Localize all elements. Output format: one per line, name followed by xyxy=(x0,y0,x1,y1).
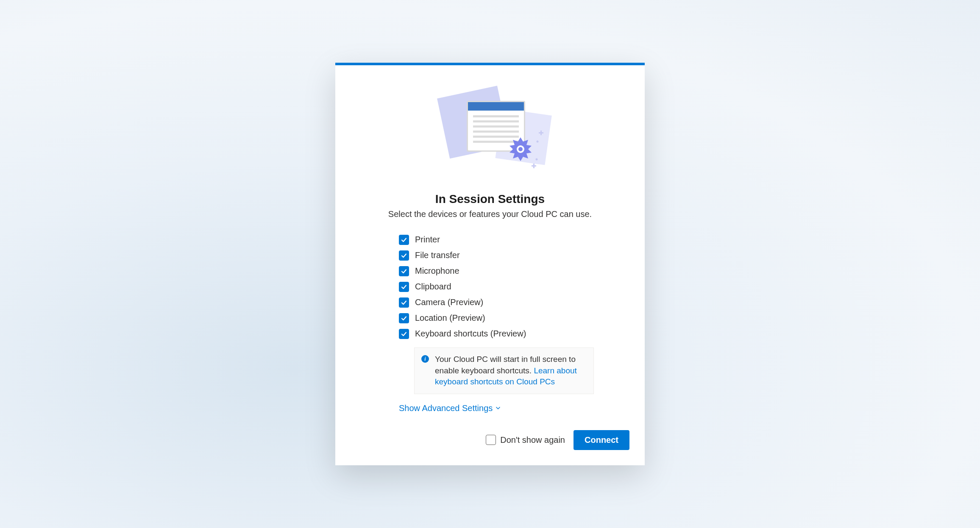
svg-rect-5 xyxy=(473,115,519,117)
option-camera[interactable]: Camera (Preview) xyxy=(399,295,645,310)
advanced-link-label: Show Advanced Settings xyxy=(399,403,493,413)
connect-button[interactable]: Connect xyxy=(574,430,629,450)
option-location[interactable]: Location (Preview) xyxy=(399,310,645,326)
show-advanced-settings-link[interactable]: Show Advanced Settings xyxy=(399,403,501,413)
dialog-subtitle: Select the devices or features your Clou… xyxy=(335,209,645,219)
svg-rect-6 xyxy=(473,120,519,122)
info-callout: i Your Cloud PC will start in full scree… xyxy=(414,347,594,394)
svg-rect-8 xyxy=(473,131,519,133)
option-label: File transfer xyxy=(415,250,460,260)
svg-point-13 xyxy=(537,141,539,143)
svg-point-12 xyxy=(518,147,523,151)
dialog-heading: In Session Settings Select the devices o… xyxy=(335,192,645,219)
checkbox-checked-icon xyxy=(399,266,409,276)
dialog-footer: Don't show again Connect xyxy=(335,430,629,450)
option-clipboard[interactable]: Clipboard xyxy=(399,279,645,295)
info-icon: i xyxy=(421,355,429,363)
option-label: Camera (Preview) xyxy=(415,297,483,307)
option-label: Printer xyxy=(415,235,440,245)
option-printer[interactable]: Printer xyxy=(399,232,645,247)
options-list: Printer File transfer Microphone Clipboa… xyxy=(399,232,645,342)
checkbox-checked-icon xyxy=(399,282,409,292)
checkbox-checked-icon xyxy=(399,250,409,261)
dont-show-again-checkbox[interactable]: Don't show again xyxy=(486,435,565,445)
option-keyboard-shortcuts[interactable]: Keyboard shortcuts (Preview) xyxy=(399,326,645,342)
dialog-title: In Session Settings xyxy=(335,192,645,206)
svg-point-14 xyxy=(536,158,538,161)
checkbox-checked-icon xyxy=(399,235,409,245)
svg-rect-7 xyxy=(473,125,519,128)
info-text: Your Cloud PC will start in full screen … xyxy=(435,354,587,388)
hero-illustration xyxy=(335,65,645,184)
svg-rect-4 xyxy=(468,102,524,111)
svg-rect-10 xyxy=(473,141,519,143)
option-label: Location (Preview) xyxy=(415,313,485,323)
svg-rect-9 xyxy=(473,136,519,138)
dont-show-label: Don't show again xyxy=(500,435,565,445)
chevron-down-icon xyxy=(495,405,501,411)
option-label: Keyboard shortcuts (Preview) xyxy=(415,329,526,339)
option-label: Clipboard xyxy=(415,282,451,292)
checkbox-checked-icon xyxy=(399,329,409,339)
checkbox-checked-icon xyxy=(399,297,409,308)
checkbox-unchecked-icon xyxy=(486,435,496,445)
option-file-transfer[interactable]: File transfer xyxy=(399,247,645,263)
session-settings-dialog: In Session Settings Select the devices o… xyxy=(335,63,645,465)
checkbox-checked-icon xyxy=(399,313,409,323)
option-microphone[interactable]: Microphone xyxy=(399,263,645,279)
option-label: Microphone xyxy=(415,266,459,276)
